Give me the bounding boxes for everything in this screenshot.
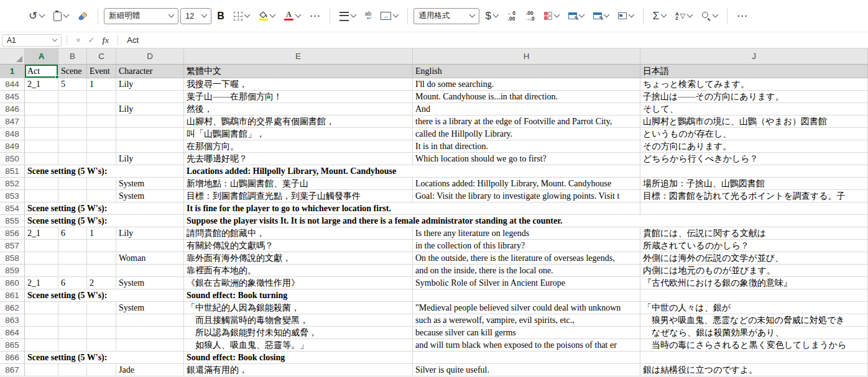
cell-H850[interactable]: Which location should we go to first?: [413, 153, 640, 165]
cell-B860[interactable]: 6: [58, 277, 87, 289]
cell-J849[interactable]: その方向にあります。: [640, 140, 868, 153]
cell-D858[interactable]: Woman: [116, 252, 184, 265]
find-button[interactable]: [698, 7, 721, 25]
cell-B864[interactable]: [58, 327, 87, 339]
cell-C856[interactable]: 1: [87, 227, 116, 240]
cell-E850[interactable]: 先去哪邊好呢？: [184, 153, 413, 165]
cell-E858[interactable]: 靠外面有海外傳說的文獻，: [184, 252, 413, 265]
column-header-D[interactable]: D: [116, 48, 184, 64]
cell-C846[interactable]: [87, 103, 116, 116]
cell-E853[interactable]: 目標：到圖書館調查光點，到葉子山觸發事件: [184, 190, 413, 202]
font-size-select[interactable]: 12: [180, 8, 211, 24]
cell-H861[interactable]: [413, 289, 640, 302]
cell-J845[interactable]: 子捨山は——その方向にあります。: [640, 91, 868, 103]
cell-C853[interactable]: [87, 190, 116, 202]
increase-decimal-button[interactable]: ←0 .00: [504, 7, 519, 25]
cell-A866[interactable]: Scene setting (5 W's):: [25, 352, 184, 364]
cell-B859[interactable]: [58, 265, 87, 277]
row-number-857[interactable]: 857: [0, 240, 25, 252]
cell-H844[interactable]: I'll do some searching.: [413, 78, 640, 91]
cell-E862[interactable]: 「中世紀的人因為銀能殺菌，: [184, 302, 413, 314]
row-number-844[interactable]: 844: [0, 78, 25, 91]
cell-J852[interactable]: 場所追加：子捨山、山鸚図書館: [640, 178, 868, 190]
font-color-button[interactable]: A: [280, 7, 304, 25]
cell-B849[interactable]: [58, 140, 87, 153]
cell-E856[interactable]: 請問貴館的館藏中，: [184, 227, 413, 240]
cell-H852[interactable]: Locations added: Hillpolly Library, Moun…: [413, 178, 640, 190]
cell-E851[interactable]: Locations added: Hillpolly Library, Moun…: [184, 165, 640, 178]
cell-C867[interactable]: [87, 364, 116, 376]
row-number-861[interactable]: 861: [0, 289, 25, 302]
cell-A857[interactable]: [25, 240, 58, 252]
cell-J854[interactable]: [640, 202, 868, 215]
format-as-table-button[interactable]: [565, 7, 588, 25]
conditional-formatting-button[interactable]: [540, 7, 563, 25]
cell-E855[interactable]: Suppose the player visits It. It is not …: [184, 215, 868, 227]
cell-B847[interactable]: [58, 116, 87, 128]
cell-B865[interactable]: [58, 339, 87, 352]
cell-A854[interactable]: Scene setting (5 W's):: [25, 202, 184, 215]
cell-J1[interactable]: 日本語: [640, 65, 868, 78]
cell-J858[interactable]: 外側には海外の伝説の文学が並び、: [640, 252, 868, 265]
cell-H1[interactable]: English: [413, 65, 640, 78]
row-number-850[interactable]: 850: [0, 153, 25, 165]
cell-H865[interactable]: and will turn black when exposed to the …: [413, 339, 640, 352]
cell-B848[interactable]: [58, 128, 87, 140]
cell-B867[interactable]: [58, 364, 87, 376]
column-header-B[interactable]: B: [58, 48, 87, 64]
cell-J863[interactable]: 狼男や吸血鬼、悪霊などの未知の脅威に対処でき: [640, 314, 868, 327]
cell-B844[interactable]: 5: [58, 78, 87, 91]
cell-H849[interactable]: It is in that direction.: [413, 140, 640, 153]
cell-E854[interactable]: It is fine for the player to go to which…: [184, 202, 640, 215]
cell-D852[interactable]: System: [116, 178, 184, 190]
font-name-select[interactable]: 新細明體: [104, 8, 178, 24]
cell-A859[interactable]: [25, 265, 58, 277]
cell-C845[interactable]: [87, 91, 116, 103]
fill-color-button[interactable]: [255, 7, 279, 25]
row-number-845[interactable]: 845: [0, 91, 25, 103]
cell-C865[interactable]: [87, 339, 116, 352]
cell-D853[interactable]: System: [116, 190, 184, 202]
row-number-860[interactable]: 860: [0, 277, 25, 289]
cell-C860[interactable]: 2: [87, 277, 116, 289]
row-number-862[interactable]: 862: [0, 302, 25, 314]
cell-D844[interactable]: Lily: [116, 78, 184, 91]
cell-H845[interactable]: Mount. Candyhouse is...in that direction…: [413, 91, 640, 103]
cell-D860[interactable]: System: [116, 277, 184, 289]
row-number-848[interactable]: 848: [0, 128, 25, 140]
cell-B862[interactable]: [58, 302, 87, 314]
cell-A852[interactable]: [25, 178, 58, 190]
cell-H860[interactable]: Symbolic Role of Silver in Ancient Europ…: [413, 277, 640, 289]
cell-C857[interactable]: [87, 240, 116, 252]
cell-J862[interactable]: 「中世の人々は、銀が: [640, 302, 868, 314]
cell-A860[interactable]: 2_1: [25, 277, 58, 289]
row-number-859[interactable]: 859: [0, 265, 25, 277]
cell-J861[interactable]: [640, 289, 868, 302]
paste-button[interactable]: [50, 7, 72, 25]
merge-cells-button[interactable]: ↔: [377, 7, 402, 25]
cell-B1[interactable]: Scene: [58, 65, 87, 78]
cell-J859[interactable]: 内側には地元のものが並びます。: [640, 265, 868, 277]
borders-button[interactable]: [230, 7, 253, 25]
cell-A858[interactable]: [25, 252, 58, 265]
column-header-E[interactable]: E: [184, 48, 413, 64]
cell-C859[interactable]: [87, 265, 116, 277]
cell-B845[interactable]: [58, 91, 87, 103]
cell-A856[interactable]: 2_1: [25, 227, 58, 240]
cell-H848[interactable]: called the Hillpolly Library.: [413, 128, 640, 140]
cell-D847[interactable]: [116, 116, 184, 128]
cell-A863[interactable]: [25, 314, 58, 327]
cell-D867[interactable]: Jade: [116, 364, 184, 376]
cell-D862[interactable]: System: [116, 302, 184, 314]
cell-C864[interactable]: [87, 327, 116, 339]
cell-D865[interactable]: [116, 339, 184, 352]
cell-E846[interactable]: 然後，: [184, 103, 413, 116]
cell-J853[interactable]: 目標：図書館を訪れて光るポイントを調査する。子: [640, 190, 868, 202]
cell-H867[interactable]: Silver is quite useful.: [413, 364, 640, 376]
decrease-decimal-button[interactable]: .00 →.0: [521, 7, 538, 25]
row-number-853[interactable]: 853: [0, 190, 25, 202]
cell-A845[interactable]: [25, 91, 58, 103]
cell-E849[interactable]: 在那個方向。: [184, 140, 413, 153]
cell-A867[interactable]: [25, 364, 58, 376]
more-font-options-button[interactable]: ⋯: [306, 7, 324, 25]
